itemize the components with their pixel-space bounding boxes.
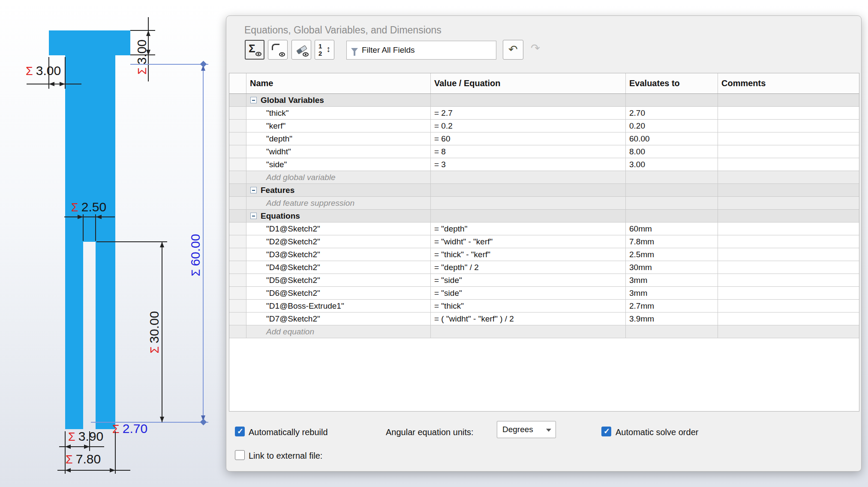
- table-row[interactable]: Add feature suppression: [229, 197, 859, 210]
- comments-cell[interactable]: [718, 171, 859, 183]
- table-row[interactable]: "side"= 33.00: [229, 158, 859, 171]
- name-cell[interactable]: "widht": [246, 145, 431, 158]
- dimension-label[interactable]: Σ 60.00: [188, 228, 203, 282]
- comments-cell[interactable]: [718, 132, 859, 145]
- column-header[interactable]: Value / Equation: [431, 73, 626, 93]
- comments-cell[interactable]: [718, 120, 859, 132]
- collapse-icon[interactable]: [250, 213, 257, 219]
- dimension-label[interactable]: Σ 3.00: [135, 36, 149, 78]
- table-row[interactable]: "D1@Sketch2"= "depth"60mm: [229, 222, 859, 235]
- name-cell[interactable]: Add global variable: [246, 171, 431, 183]
- comments-cell[interactable]: [718, 287, 859, 299]
- value-cell[interactable]: = "depth": [431, 222, 626, 235]
- value-cell[interactable]: = 2.7: [431, 107, 626, 119]
- table-row[interactable]: Add equation: [229, 325, 859, 338]
- sketch-equation-view-button[interactable]: [268, 40, 288, 60]
- table-row[interactable]: "D3@Sketch2"= "thick" - "kerf"2.5mm: [229, 248, 859, 261]
- table-row[interactable]: Features: [229, 184, 859, 197]
- dimension-label[interactable]: Σ 30.00: [147, 306, 162, 359]
- row-selector[interactable]: [229, 158, 246, 171]
- row-selector[interactable]: [229, 248, 246, 261]
- table-row[interactable]: "widht"= 88.00: [229, 145, 859, 158]
- name-cell[interactable]: "D2@Sketch2": [246, 235, 431, 248]
- name-cell[interactable]: Global Variables: [246, 94, 431, 106]
- name-cell[interactable]: "depth": [246, 132, 431, 145]
- row-selector[interactable]: [229, 197, 246, 209]
- comments-cell[interactable]: [718, 222, 859, 235]
- row-selector[interactable]: [229, 120, 246, 132]
- comments-cell[interactable]: [718, 158, 859, 171]
- name-cell[interactable]: "D3@Sketch2": [246, 248, 431, 261]
- table-row[interactable]: "D5@Sketch2"= "side"3mm: [229, 274, 859, 287]
- row-selector[interactable]: [229, 261, 246, 274]
- table-row[interactable]: Equations: [229, 210, 859, 222]
- value-cell[interactable]: = ( "widht" - "kerf" ) / 2: [431, 313, 626, 325]
- value-cell[interactable]: [431, 325, 626, 338]
- dimension-label[interactable]: Σ 7.80: [66, 452, 101, 466]
- comments-cell[interactable]: [718, 235, 859, 248]
- table-row[interactable]: Add global variable: [229, 171, 859, 184]
- comments-cell[interactable]: [718, 313, 859, 325]
- comments-cell[interactable]: [718, 248, 859, 261]
- name-cell[interactable]: "D6@Sketch2": [246, 287, 431, 299]
- auto-solve-checkbox[interactable]: [601, 427, 611, 436]
- link-external-checkbox[interactable]: [235, 450, 245, 460]
- column-header[interactable]: Evaluates to: [626, 73, 718, 93]
- name-cell[interactable]: "kerf": [246, 120, 431, 132]
- row-selector[interactable]: [229, 287, 246, 299]
- value-cell[interactable]: = 60: [431, 132, 626, 145]
- value-cell[interactable]: = "thick" - "kerf": [431, 248, 626, 261]
- table-row[interactable]: "D7@Sketch2"= ( "widht" - "kerf" ) / 23.…: [229, 313, 859, 325]
- filter-field[interactable]: [346, 41, 496, 60]
- name-cell[interactable]: Equations: [246, 210, 431, 222]
- row-selector[interactable]: [229, 184, 246, 196]
- equation-view-button[interactable]: Σ: [245, 40, 264, 60]
- column-header[interactable]: Comments: [718, 73, 859, 93]
- table-row[interactable]: Global Variables: [229, 94, 859, 107]
- name-cell[interactable]: Add equation: [246, 325, 431, 338]
- table-row[interactable]: "D6@Sketch2"= "side"3mm: [229, 287, 859, 300]
- dimension-label[interactable]: Σ 3.00: [26, 63, 61, 78]
- auto-rebuild-checkbox[interactable]: [235, 427, 245, 436]
- row-selector[interactable]: [229, 210, 246, 222]
- value-cell[interactable]: = "thick": [431, 300, 626, 312]
- row-selector[interactable]: [229, 325, 246, 338]
- value-cell[interactable]: = "depth" / 2: [431, 261, 626, 274]
- name-cell[interactable]: "D1@Boss-Extrude1": [246, 300, 431, 312]
- comments-cell[interactable]: [718, 261, 859, 274]
- value-cell[interactable]: [431, 171, 626, 183]
- table-row[interactable]: "kerf"= 0.20.20: [229, 120, 859, 132]
- row-selector[interactable]: [229, 171, 246, 183]
- comments-cell[interactable]: [718, 210, 859, 222]
- value-cell[interactable]: = "side": [431, 274, 626, 286]
- comments-cell[interactable]: [718, 184, 859, 196]
- row-selector[interactable]: [229, 300, 246, 312]
- table-row[interactable]: "D4@Sketch2"= "depth" / 230mm: [229, 261, 859, 274]
- name-cell[interactable]: "D4@Sketch2": [246, 261, 431, 274]
- dimension-view-button[interactable]: [291, 40, 311, 60]
- comments-cell[interactable]: [718, 274, 859, 286]
- dimension-label[interactable]: Σ 2.50: [71, 200, 106, 214]
- ordered-view-button[interactable]: 1 2 ↕: [315, 40, 334, 60]
- name-cell[interactable]: "D1@Sketch2": [246, 222, 431, 235]
- comments-cell[interactable]: [718, 325, 859, 338]
- name-cell[interactable]: "D7@Sketch2": [246, 313, 431, 325]
- row-selector[interactable]: [229, 235, 246, 248]
- row-selector[interactable]: [229, 132, 246, 145]
- value-cell[interactable]: = "widht" - "kerf": [431, 235, 626, 248]
- comments-cell[interactable]: [718, 300, 859, 312]
- value-cell[interactable]: [431, 197, 626, 209]
- comments-cell[interactable]: [718, 197, 859, 209]
- table-row[interactable]: "thick"= 2.72.70: [229, 107, 859, 120]
- dimension-label[interactable]: Σ 2.70: [112, 421, 147, 436]
- value-cell[interactable]: [431, 184, 626, 196]
- undo-button[interactable]: ↶: [503, 40, 523, 60]
- row-selector[interactable]: [229, 145, 246, 158]
- comments-cell[interactable]: [718, 145, 859, 158]
- sketch-profile-left-prong[interactable]: [65, 242, 83, 429]
- comments-cell[interactable]: [718, 107, 859, 119]
- row-selector[interactable]: [229, 274, 246, 286]
- collapse-icon[interactable]: [250, 187, 257, 193]
- sketch-profile-right-prong[interactable]: [96, 242, 115, 429]
- table-row[interactable]: "depth"= 6060.00: [229, 132, 859, 145]
